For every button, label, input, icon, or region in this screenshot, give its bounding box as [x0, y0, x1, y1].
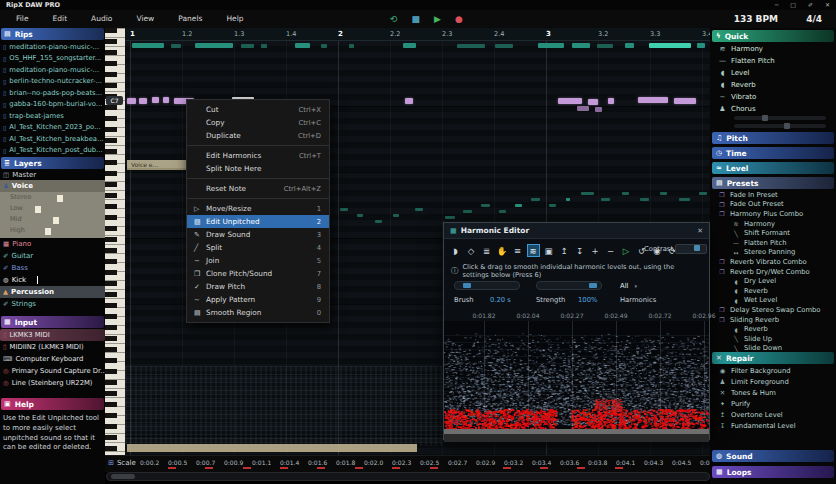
context-menu-item[interactable]: Edit Harmonics Ctrl+T [187, 145, 329, 162]
voice-layer-header[interactable]: ♟ Voice [0, 180, 105, 192]
note[interactable] [622, 192, 629, 195]
lower-harmonics-icon[interactable]: ↧ [573, 244, 586, 257]
context-menu-item[interactable]: ∼ Apply Pattern 9 [187, 293, 329, 306]
context-menu-item[interactable]: ▷ Move/Resize 1 [187, 198, 329, 215]
lines-tool-icon[interactable]: ≡ [511, 244, 524, 257]
voice-sublayer-row[interactable]: Low [0, 203, 105, 214]
master-layer-item[interactable]: ◫ Master [0, 169, 105, 180]
brush-value[interactable]: 0.20 s [490, 296, 511, 304]
menu-item[interactable]: File [4, 10, 41, 28]
note[interactable] [393, 214, 399, 217]
draw-tool-icon[interactable]: ◗ [449, 244, 462, 257]
maximize-button[interactable]: □ [790, 1, 796, 9]
time-panel-header[interactable]: ◷ Time [712, 147, 834, 159]
repair-panel-header[interactable]: ✕ Repair [712, 352, 834, 364]
context-menu-item[interactable]: ▤ Smooth Region 0 [187, 306, 329, 319]
smooth-tool-icon[interactable]: ≋ [527, 244, 540, 257]
note[interactable] [679, 198, 690, 201]
note[interactable] [495, 44, 513, 48]
note[interactable] [132, 43, 164, 48]
slider-thumb[interactable] [762, 115, 768, 121]
note[interactable] [640, 198, 649, 201]
voice-sublayer-row[interactable]: High [0, 225, 105, 236]
note[interactable] [538, 43, 564, 48]
scrollbar-thumb[interactable] [111, 474, 135, 479]
context-menu-item[interactable]: − Join 5 [187, 254, 329, 267]
menu-item[interactable]: Audio [79, 10, 124, 28]
metronome-button[interactable]: ⟲ [390, 15, 398, 24]
menu-item[interactable]: Panels [166, 10, 214, 28]
input-panel-header[interactable]: ▦ Input [1, 316, 104, 328]
instrument-layer-item[interactable]: ▦ Piano [0, 238, 105, 250]
edit-button[interactable]: ✐ [808, 1, 813, 9]
note[interactable] [549, 204, 556, 207]
note[interactable] [375, 220, 382, 223]
dialog-titlebar[interactable]: ▦ Harmonic Editor ✕ [444, 223, 709, 239]
quick-slider-1[interactable] [734, 116, 826, 120]
repair-item[interactable]: ✕ Tones & Hum [710, 387, 836, 398]
input-device-item[interactable]: ◎ Primary Sound Capture Dr... [0, 365, 105, 377]
rip-file-item[interactable]: ▯ AI_Test_Kitchen_breakbea... [0, 133, 105, 145]
note[interactable] [499, 210, 506, 213]
note[interactable] [608, 98, 614, 104]
bpm-display[interactable]: 133 BPM [734, 14, 778, 24]
scale-label-group[interactable]: ⊞ Scale [108, 459, 136, 467]
context-menu-item[interactable]: Duplicate Ctrl+D [187, 129, 329, 142]
menu-item[interactable]: Edit [41, 10, 80, 28]
note[interactable] [403, 43, 416, 48]
sublayer-fader-handle[interactable] [52, 216, 60, 225]
slider-thumb[interactable] [463, 283, 471, 288]
slider-thumb[interactable] [694, 245, 700, 251]
preset-item[interactable]: ❐ Reverb Dry/Wet Combo [710, 267, 836, 277]
help-panel-header[interactable]: ▣ Help [1, 398, 104, 410]
note[interactable] [481, 204, 490, 207]
preset-item[interactable]: ◖ Wet Level [710, 296, 836, 306]
stop-button[interactable]: ■ [412, 15, 421, 24]
levels-tool-icon[interactable]: ≣ [480, 244, 493, 257]
close-button[interactable]: ✕ [825, 1, 830, 9]
note[interactable] [261, 44, 267, 48]
note[interactable] [595, 107, 602, 112]
context-menu-item[interactable]: Split Note Here [187, 162, 329, 175]
note[interactable] [445, 216, 455, 219]
preview-play-icon[interactable]: ▷ [620, 244, 633, 257]
repair-item[interactable]: ↥ Overtone Level [710, 409, 836, 420]
rip-file-item[interactable]: ▯ AI_Test_Kitchen_2023_po... [0, 122, 105, 134]
voice-sublayer-row[interactable]: Mid [0, 214, 105, 225]
quick-panel-header[interactable]: ϟ Quick [712, 30, 834, 42]
menu-item[interactable]: View [124, 10, 166, 28]
note[interactable] [295, 43, 310, 48]
subtract-harmonic-icon[interactable]: − [604, 244, 617, 257]
strength-slider[interactable] [536, 281, 602, 290]
note[interactable] [127, 98, 136, 104]
close-icon[interactable]: ✕ [697, 227, 703, 235]
menu-item[interactable]: Help [214, 10, 255, 28]
repair-item[interactable]: ↧ Fundamental Level [710, 420, 836, 431]
piano-keyboard[interactable] [105, 28, 125, 455]
preset-item[interactable]: ╲ Slide Up [710, 334, 836, 344]
note[interactable] [566, 198, 570, 201]
note[interactable] [597, 44, 613, 48]
quick-effect-item[interactable]: ≋ Harmony [710, 43, 836, 55]
note[interactable] [601, 198, 610, 201]
context-menu-item[interactable]: Copy Ctrl+C [187, 116, 329, 129]
rip-file-item[interactable]: ▯ meditation-piano-music-... [0, 64, 105, 76]
input-device-item[interactable]: ▯ MIDIIN2 (LKMK3 MIDI) [0, 341, 105, 353]
note[interactable] [638, 97, 668, 103]
level-panel-header[interactable]: ≈ Level [712, 162, 834, 174]
note[interactable] [572, 43, 590, 48]
voice-layer-block[interactable]: ♟ Voice Stereo Low Mid [0, 180, 105, 238]
rip-file-item[interactable]: ▯ gabba-160-bpm-burial-vo... [0, 99, 105, 111]
input-device-item[interactable]: ▯ LKMK3 MIDI [0, 329, 105, 341]
grab-tool-icon[interactable]: ✋ [496, 244, 509, 257]
note[interactable] [195, 43, 233, 48]
context-menu-item[interactable]: ✓ Draw Pitch 8 [187, 280, 329, 293]
preset-item[interactable]: ❐ Fade Out Preset [710, 200, 836, 210]
preset-item[interactable]: ❐ Delay Stereo Swap Combo [710, 305, 836, 315]
instrument-layer-item[interactable]: ✐ Guitar [0, 250, 105, 262]
quick-effect-item[interactable]: ◖ Level [710, 67, 836, 79]
voice-sublayer-row[interactable]: Stereo [0, 192, 105, 203]
note[interactable] [697, 43, 705, 48]
preset-item[interactable]: ◖ Reverb [710, 286, 836, 296]
note[interactable] [241, 44, 254, 48]
